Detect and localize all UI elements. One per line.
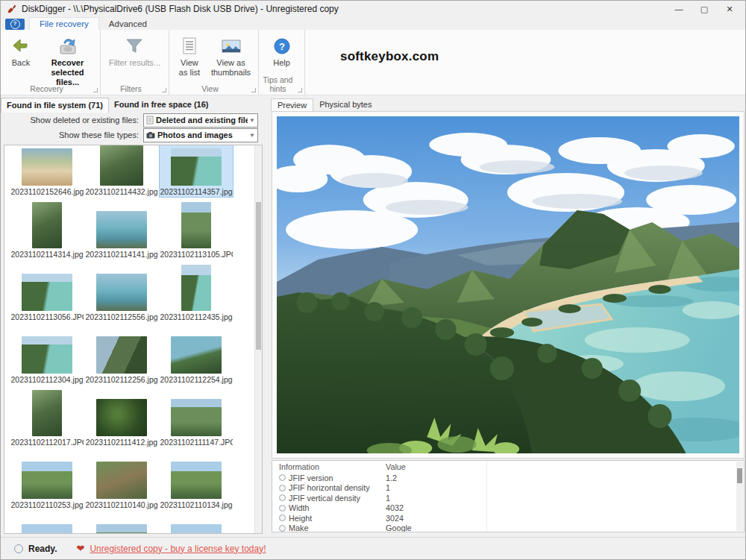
file-grid: 20231102152646.jpg20231102114432.jpg2023… (4, 145, 256, 534)
photo-thumbnail (171, 462, 222, 499)
deleted-files-dropdown[interactable]: Deleted and existing files ▼ (143, 113, 258, 128)
filter-row-deleted: Show deleted or existing files: Deleted … (1, 113, 264, 128)
close-button[interactable]: ✕ (717, 1, 742, 16)
dialog-launcher-icon[interactable] (298, 88, 302, 92)
info-row[interactable]: JFIF vertical density1 (272, 493, 744, 503)
photo-thumbnail (171, 148, 222, 186)
file-item[interactable]: 20231102114432.jpg (84, 145, 159, 198)
info-table-scrollbar[interactable] (736, 462, 743, 531)
chevron-down-icon: ▼ (249, 132, 255, 139)
preview-image-box (272, 111, 745, 459)
ribbon-tab-row: ? File recovery Advanced (1, 17, 745, 30)
license-link[interactable]: Unregistered copy - buy a license key to… (90, 544, 266, 554)
file-item[interactable] (10, 512, 84, 534)
file-item[interactable]: 20231102112256.jpg (84, 324, 159, 386)
file-item[interactable]: 20231102113105.JPG (159, 199, 233, 260)
status-bar: Ready. ❤ Unregistered copy - buy a licen… (1, 537, 745, 559)
file-item[interactable]: 20231102112254.jpg (159, 324, 233, 386)
photo-thumbnail (22, 148, 72, 186)
file-name: 20231102110140.jpg (86, 500, 158, 510)
property-icon (279, 494, 286, 501)
tab-physical-bytes[interactable]: Physical bytes (313, 98, 377, 111)
camera-icon (146, 131, 155, 139)
property-icon (279, 515, 286, 521)
file-item[interactable]: 20231102114314.jpg (10, 199, 84, 260)
file-item[interactable]: 20231102112556.jpg (84, 262, 159, 323)
tab-found-in-free-space[interactable]: Found in free space (16) (109, 98, 214, 113)
file-item[interactable] (84, 512, 159, 534)
tab-file-recovery[interactable]: File recovery (29, 17, 99, 30)
header-information[interactable]: Information (272, 462, 386, 471)
funnel-icon (122, 34, 147, 58)
info-table: Information Value JFIF version1.2JFIF ho… (272, 461, 744, 532)
file-name: 20231102110134.jpg (160, 500, 233, 510)
help-button[interactable]: ? Help (265, 33, 299, 69)
thumbnails-icon (219, 34, 244, 58)
file-types-dropdown[interactable]: Photos and images ▼ (143, 128, 258, 142)
photo-thumbnail (22, 274, 72, 311)
recover-selected-files-button[interactable]: Recover selected files... (38, 33, 97, 89)
dialog-launcher-icon[interactable] (162, 88, 166, 92)
property-name: JFIF horizontal density (289, 483, 370, 492)
file-list: 20231102152646.jpg20231102114432.jpg2023… (4, 145, 263, 534)
filter-row-filetypes: Show these file types: Photos and images… (1, 128, 264, 142)
file-name: 20231102114314.jpg (11, 249, 84, 259)
file-item[interactable]: 20231102110134.jpg (159, 450, 233, 511)
view-as-thumbnails-button[interactable]: View as thumbnails (207, 33, 255, 79)
header-value[interactable]: Value (386, 462, 483, 471)
app-menu-button[interactable]: ? (5, 19, 25, 30)
view-as-list-button[interactable]: View as list (172, 33, 207, 79)
back-button[interactable]: Back (4, 33, 38, 69)
info-row[interactable]: Height3024 (272, 513, 744, 523)
filter-results-button[interactable]: Filter results... (104, 33, 165, 69)
file-item[interactable]: 20231102112435.jpg (159, 262, 233, 323)
photo-thumbnail (96, 274, 147, 311)
maximize-button[interactable]: ▢ (692, 1, 717, 16)
file-item[interactable]: 20231102113056.JPG (10, 262, 84, 323)
photo-thumbnail (171, 399, 222, 436)
file-item[interactable]: 20231102111412.jpg (84, 387, 159, 448)
file-item[interactable]: 20231102110140.jpg (84, 450, 159, 511)
group-label-recovery: Recovery (1, 84, 93, 93)
photo-thumbnail (100, 145, 143, 186)
info-row[interactable]: Width4032 (272, 503, 744, 514)
file-item[interactable]: 20231102112304.jpg (10, 324, 84, 386)
group-label-tips: Tips and hints (259, 75, 297, 93)
file-name: 20231102112017.JPG (11, 437, 84, 447)
tab-found-in-file-system[interactable]: Found in file system (71) (1, 98, 109, 113)
property-name: Width (289, 503, 310, 512)
file-name: 20231102114357.jpg (160, 186, 233, 197)
photo-thumbnail (96, 336, 147, 374)
dialog-launcher-icon[interactable] (93, 88, 98, 92)
info-row[interactable]: JFIF horizontal density1 (272, 483, 744, 494)
property-icon (279, 525, 286, 532)
file-item[interactable]: 20231102110253.jpg (10, 450, 84, 511)
minimize-button[interactable]: — (666, 1, 692, 16)
file-item[interactable] (159, 512, 233, 534)
file-item[interactable]: 20231102114141.jpg (84, 199, 159, 260)
ribbon-group-tips: ? Help Tips and hints (259, 30, 305, 95)
dialog-launcher-icon[interactable] (251, 88, 256, 92)
tab-advanced[interactable]: Advanced (99, 18, 157, 30)
file-item[interactable]: 20231102111147.JPG (159, 387, 233, 448)
file-item[interactable]: 20231102112017.JPG (10, 387, 84, 448)
svg-text:?: ? (279, 41, 285, 52)
info-row[interactable]: MakeGoogle (272, 523, 744, 533)
info-table-box: Information Value JFIF version1.2JFIF ho… (272, 460, 745, 532)
photo-thumbnail (32, 390, 62, 436)
scrollbar-thumb[interactable] (737, 468, 742, 483)
file-item[interactable]: 20231102152646.jpg (10, 145, 84, 198)
watermark-text: softkeybox.com (340, 49, 439, 64)
file-name: 20231102112435.jpg (160, 312, 233, 322)
tab-preview[interactable]: Preview (271, 98, 313, 111)
property-name: JFIF version (289, 474, 333, 482)
file-list-scrollbar[interactable] (254, 145, 262, 533)
file-name: 20231102111147.JPG (160, 437, 233, 447)
file-item[interactable]: 20231102114357.jpg (159, 145, 233, 198)
file-name: 20231102112256.jpg (86, 374, 158, 385)
scrollbar-thumb[interactable] (256, 202, 261, 350)
info-row[interactable]: JFIF version1.2 (272, 473, 744, 483)
photo-thumbnail (22, 336, 72, 374)
photo-thumbnail (96, 524, 147, 534)
results-tabs: Found in file system (71) Found in free … (1, 95, 264, 113)
